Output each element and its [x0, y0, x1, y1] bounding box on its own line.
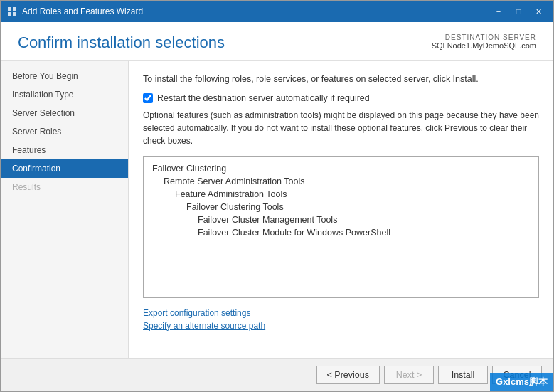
close-button[interactable]: ✕ — [529, 4, 548, 18]
svg-rect-0 — [8, 7, 11, 11]
sidebar-item-server-selection[interactable]: Server Selection — [1, 104, 128, 122]
feature-item-0: Failover Clustering — [152, 162, 530, 175]
watermark: Gxlcms脚本 — [490, 373, 553, 391]
optional-text: Optional features (such as administratio… — [143, 109, 539, 147]
feature-item-1: Remote Server Administration Tools — [152, 175, 530, 188]
sidebar: Before You Begin Installation Type Serve… — [1, 61, 129, 358]
minimize-button[interactable]: − — [489, 4, 508, 18]
window-title: Add Roles and Features Wizard — [22, 6, 489, 16]
description-text: To install the following roles, role ser… — [143, 73, 539, 86]
destination-server-info: DESTINATION SERVER SQLNode1.MyDemoSQL.co… — [432, 33, 536, 50]
links-area: Export configuration settings Specify an… — [143, 308, 539, 331]
content-area: Confirm installation selections DESTINAT… — [1, 22, 553, 391]
next-button[interactable]: Next > — [384, 366, 434, 384]
app-icon — [6, 6, 18, 17]
sidebar-item-confirmation[interactable]: Confirmation — [1, 159, 128, 178]
export-config-link[interactable]: Export configuration settings — [143, 308, 539, 318]
previous-button[interactable]: < Previous — [316, 366, 380, 384]
features-box: Failover Clustering Remote Server Admini… — [143, 156, 539, 298]
page-title: Confirm installation selections — [18, 33, 225, 52]
sidebar-item-results: Results — [1, 178, 128, 196]
alternate-source-link[interactable]: Specify an alternate source path — [143, 321, 539, 331]
main-body: Before You Begin Installation Type Serve… — [1, 61, 553, 358]
footer: < Previous Next > Install Cancel Gxlcms脚… — [1, 358, 553, 391]
feature-item-2: Feature Administration Tools — [152, 188, 530, 201]
header: Confirm installation selections DESTINAT… — [1, 22, 553, 61]
feature-item-3: Failover Clustering Tools — [152, 201, 530, 213]
svg-rect-1 — [13, 7, 16, 11]
restart-checkbox-label[interactable]: Restart the destination server automatic… — [157, 93, 370, 103]
maximize-button[interactable]: □ — [509, 4, 528, 18]
feature-item-4: Failover Cluster Management Tools — [152, 213, 530, 226]
sidebar-item-installation-type[interactable]: Installation Type — [1, 85, 128, 104]
destination-name: SQLNode1.MyDemoSQL.com — [432, 41, 536, 50]
destination-label: DESTINATION SERVER — [432, 33, 536, 41]
sidebar-item-features[interactable]: Features — [1, 141, 128, 159]
svg-rect-2 — [8, 12, 11, 16]
install-button[interactable]: Install — [438, 366, 488, 384]
sidebar-item-server-roles[interactable]: Server Roles — [1, 122, 128, 141]
restart-checkbox[interactable] — [143, 93, 153, 103]
feature-item-5: Failover Cluster Module for Windows Powe… — [152, 226, 530, 239]
sidebar-item-before-you-begin[interactable]: Before You Begin — [1, 67, 128, 85]
title-bar: Add Roles and Features Wizard − □ ✕ — [1, 1, 553, 22]
main-content: To install the following roles, role ser… — [129, 61, 553, 358]
window-controls: − □ ✕ — [489, 4, 548, 18]
main-window: Add Roles and Features Wizard − □ ✕ Conf… — [0, 0, 554, 392]
svg-rect-3 — [13, 12, 16, 16]
restart-checkbox-row: Restart the destination server automatic… — [143, 93, 539, 103]
